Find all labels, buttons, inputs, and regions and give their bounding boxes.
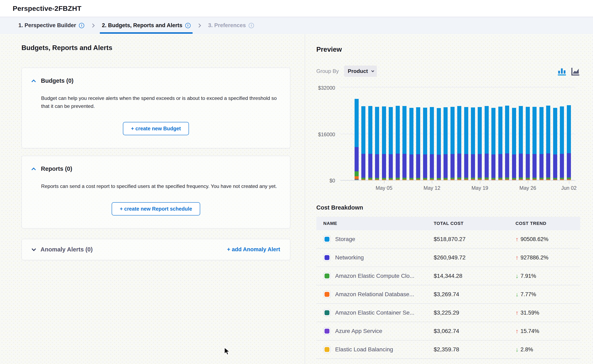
bar[interactable] <box>437 108 441 180</box>
bar-segment <box>498 154 502 178</box>
bar-segment <box>505 177 509 179</box>
bar[interactable] <box>526 107 530 180</box>
bar[interactable] <box>444 107 448 180</box>
settings-panel: Budgets, Reports and Alerts Budgets (0) … <box>0 34 305 364</box>
bar[interactable] <box>416 107 420 180</box>
info-icon[interactable]: i <box>249 23 254 28</box>
bar-segment <box>505 106 509 153</box>
bar[interactable] <box>560 106 564 180</box>
bar[interactable] <box>533 107 537 180</box>
bar-segment <box>519 154 523 177</box>
expand-chevron-down-icon[interactable] <box>32 247 36 251</box>
bar-segment <box>382 154 386 178</box>
bar-segment <box>402 178 406 179</box>
tab-budgets-reports-alerts[interactable]: 2. Budgets, Reports and Alerts i <box>100 17 192 34</box>
bar-segment <box>402 154 406 178</box>
bar[interactable] <box>464 107 468 180</box>
tab-budgets-reports-alerts-label: 2. Budgets, Reports and Alerts <box>102 22 182 29</box>
product-name: Networking <box>335 254 364 261</box>
trend-up-arrow-icon: ↑ <box>515 236 519 243</box>
chevron-down-icon <box>371 69 374 72</box>
bar-segment <box>355 171 359 176</box>
series-color-swatch <box>323 272 331 280</box>
bar-segment <box>437 108 441 155</box>
bar[interactable] <box>375 107 379 180</box>
bar-segment <box>560 154 564 178</box>
bar-segment <box>512 154 516 178</box>
bar[interactable] <box>389 107 393 180</box>
tab-perspective-builder[interactable]: 1. Perspective Builder i <box>17 17 86 34</box>
tab-preferences[interactable]: 3. Preferences i <box>207 17 256 34</box>
area-chart-icon[interactable] <box>571 67 580 76</box>
product-name: Amazon Relational Database... <box>335 291 414 298</box>
series-color-swatch <box>323 309 331 316</box>
bar-segment <box>423 154 427 178</box>
bar[interactable] <box>402 106 406 180</box>
table-row: Elastic Load Balancing$2,359.78↓2.8% <box>316 340 580 359</box>
bar-segment <box>553 108 557 154</box>
bar-segment <box>471 154 475 178</box>
budgets-card-title: Budgets (0) <box>41 78 74 84</box>
bar[interactable] <box>512 108 516 180</box>
table-row: Amazon Relational Database...$3,269.74↓7… <box>316 285 580 304</box>
group-by-dropdown[interactable]: Product <box>344 65 377 77</box>
info-icon[interactable]: i <box>79 23 84 28</box>
bar-segment <box>526 180 530 180</box>
bar[interactable] <box>485 106 489 180</box>
bar-segment <box>567 177 571 179</box>
bar[interactable] <box>546 106 550 180</box>
bar[interactable] <box>368 106 372 180</box>
bar[interactable] <box>491 108 495 180</box>
bar[interactable] <box>471 107 475 180</box>
bar[interactable] <box>355 99 359 180</box>
bar-segment <box>402 180 406 180</box>
product-name: Storage <box>335 236 355 242</box>
bar[interactable] <box>457 106 461 180</box>
bar-segment <box>355 99 359 147</box>
bar-segment <box>423 108 427 154</box>
bar-segment <box>485 154 489 177</box>
bar[interactable] <box>382 106 386 180</box>
bar-segment <box>546 106 550 153</box>
bar-segment <box>355 147 359 171</box>
trend-down-arrow-icon: ↓ <box>515 291 519 298</box>
add-anomaly-alert-link[interactable]: + add Anomaly Alert <box>227 246 280 253</box>
reports-description: Reports can send a cost report to specif… <box>41 182 280 190</box>
bar[interactable] <box>423 108 427 180</box>
bar[interactable] <box>505 106 509 180</box>
bar[interactable] <box>409 108 413 180</box>
bar[interactable] <box>540 107 544 180</box>
create-budget-button[interactable]: + create new Budget <box>123 122 189 135</box>
series-color-swatch <box>323 235 331 243</box>
cost-breakdown-table: NAME TOTAL COST COST TREND Storage$518,8… <box>316 217 580 359</box>
anomaly-alerts-title: Anomaly Alerts (0) <box>40 246 93 253</box>
info-icon[interactable]: i <box>185 23 191 28</box>
bar[interactable] <box>430 107 434 180</box>
bar[interactable] <box>478 107 482 180</box>
cost-trend-value: 2.8% <box>521 346 533 353</box>
x-axis-label: May 12 <box>423 185 440 191</box>
series-color-swatch <box>323 327 331 335</box>
bar-chart-icon[interactable] <box>557 67 567 76</box>
table-header-row: NAME TOTAL COST COST TREND <box>316 217 580 230</box>
cost-trend-value: 7.77% <box>521 291 536 298</box>
bar[interactable] <box>567 105 571 180</box>
bar-segment <box>361 178 365 179</box>
bar[interactable] <box>396 106 400 180</box>
wizard-tab-strip: 1. Perspective Builder i 2. Budgets, Rep… <box>0 17 593 34</box>
bar-segment <box>457 180 461 180</box>
bar[interactable] <box>451 107 454 180</box>
trend-up-arrow-icon: ↑ <box>515 309 519 316</box>
bar-segment <box>540 107 544 154</box>
bar-segment <box>409 154 413 178</box>
create-report-schedule-button[interactable]: + create new Report schedule <box>112 202 200 215</box>
bar-segment <box>389 180 393 180</box>
bar-segment <box>464 154 468 178</box>
collapse-chevron-up-icon[interactable] <box>32 168 36 172</box>
bar[interactable] <box>498 107 502 180</box>
bar[interactable] <box>553 108 557 180</box>
collapse-chevron-up-icon[interactable] <box>32 79 36 84</box>
bar-segment <box>457 106 461 154</box>
bar[interactable] <box>361 106 365 180</box>
bar[interactable] <box>519 106 523 180</box>
